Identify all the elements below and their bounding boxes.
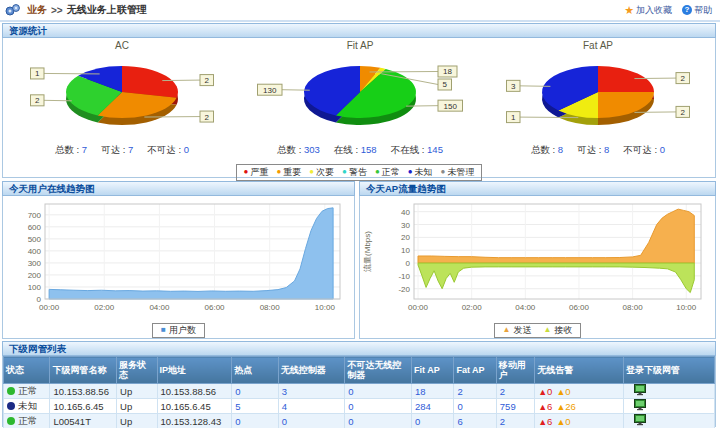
unreach-count-link[interactable]: 0 [348,416,353,427]
pie-title: Fit AP [241,40,479,52]
cell-status: 未知 [4,399,50,414]
pie-chart-fit-ap: Fit AP185150130总数 : 303在线 : 158不在线 : 145 [241,38,479,157]
fitap-count-link[interactable]: 0 [415,416,420,427]
pie-chart-ac: AC2221总数 : 7可达 : 7不可达 : 0 [3,38,241,157]
svg-text:流量(Mbps): 流量(Mbps) [363,231,372,272]
major-alarm-count[interactable]: ▲0 [556,386,570,397]
severity-dot-icon: ● [342,168,347,176]
severity-dot-icon: ● [309,168,314,176]
cell-status: 正常 [4,384,50,399]
severity-legend-item: ●警告 [342,166,367,179]
pie-title: Fat AP [479,40,717,52]
cell-alarm: ▲6▲0 [535,414,624,428]
svg-text:700: 700 [28,211,42,220]
pie-stats: 总数 : 8可达 : 8不可达 : 0 [479,144,717,157]
login-nms-icon[interactable] [634,417,647,428]
svg-text:10: 10 [401,246,410,255]
help-icon: ? [682,5,692,15]
user-trend-legend: ■用户数 [152,323,205,338]
app-icon [5,3,21,17]
breadcrumb-page: 无线业务上联管理 [67,3,147,17]
severity-legend-item: ●未知 [408,166,433,179]
severity-legend-item: ●未管理 [441,166,475,179]
controller-count-link[interactable]: 0 [282,416,287,427]
severity-dot-icon: ● [276,168,281,176]
pie-title: AC [3,40,241,52]
severity-legend: ●严重●重要●次要●警告●正常●未知●未管理 [236,164,483,181]
cell-controller: 3 [278,384,345,399]
svg-text:10:00: 10:00 [676,303,697,312]
pie-stat: 不在线 : 145 [391,144,443,155]
controller-count-link[interactable]: 3 [282,386,287,397]
hotspot-count-link[interactable]: 0 [235,386,240,397]
fatap-count-link[interactable]: 0 [457,401,462,412]
major-alarm-icon: ▲ [556,387,565,397]
hotspot-count-link[interactable]: 0 [235,416,240,427]
legend-item-发送: ▲发送 [503,324,532,337]
unreach-count-link[interactable]: 0 [348,386,353,397]
cell-ip: 10.165.6.45 [157,399,232,414]
cell-controller: 4 [278,399,345,414]
panel-ap-traffic-trend: 今天AP流量趋势图 -20-1001020304000:0002:0004:00… [359,181,716,338]
login-nms-icon[interactable] [634,387,647,398]
cell-fatap: 2 [454,384,496,399]
pie-stat: 可达 : 7 [101,144,133,155]
legend-item-用户数: ■用户数 [161,324,196,337]
svg-text:3: 3 [511,82,516,91]
fitap-count-link[interactable]: 284 [415,401,431,412]
cell-fitap: 0 [412,414,454,428]
hotspot-count-link[interactable]: 5 [235,401,240,412]
major-alarm-count[interactable]: ▲26 [556,401,576,412]
svg-text:400: 400 [28,247,42,256]
column-header-status: 状态 [4,357,50,384]
svg-text:04:00: 04:00 [515,303,536,312]
fatap-count-link[interactable]: 2 [457,386,462,397]
cell-hotspot: 5 [232,399,278,414]
cell-alarm: ▲6▲26 [535,399,624,414]
login-nms-icon[interactable] [634,402,647,413]
critical-alarm-count[interactable]: ▲6 [538,416,552,427]
breadcrumb-root[interactable]: 业务 [27,3,47,17]
critical-alarm-count[interactable]: ▲0 [538,386,552,397]
svg-text:150: 150 [444,102,458,111]
legend-item-接收: ▲接收 [544,324,573,337]
mobile-count-link[interactable]: 759 [500,401,516,412]
breadcrumb-separator: >> [51,5,63,16]
svg-text:1: 1 [511,113,516,122]
cell-fitap: 18 [412,384,454,399]
mobile-count-link[interactable]: 2 [500,416,505,427]
mobile-count-link[interactable]: 2 [500,386,505,397]
cell-login [624,414,715,428]
column-header-name: 下级网管名称 [50,357,117,384]
svg-text:130: 130 [263,86,277,95]
pie-stat: 可达 : 8 [577,144,609,155]
column-header-mobile: 移动用户 [496,357,534,384]
pie-chart-fat-ap: Fat AP2213总数 : 8可达 : 8不可达 : 0 [479,38,717,157]
cell-unreach: 0 [345,384,412,399]
help-link[interactable]: ? 帮助 [682,4,712,17]
severity-dot-icon: ● [244,168,249,176]
svg-text:2: 2 [205,113,210,122]
pie-stat: 在线 : 158 [334,144,377,155]
svg-text:2: 2 [681,74,686,83]
critical-alarm-icon: ▲ [538,417,547,427]
column-header-hotspot: 热点 [232,357,278,384]
svg-text:04:00: 04:00 [149,303,170,312]
unreach-count-link[interactable]: 0 [348,401,353,412]
column-header-service: 服务状态 [117,357,157,384]
svg-text:02:00: 02:00 [94,303,115,312]
add-favorite-link[interactable]: ★ 加入收藏 [624,4,672,17]
controller-count-link[interactable]: 4 [282,401,287,412]
severity-legend-item: ●次要 [309,166,334,179]
cell-fatap: 0 [454,399,496,414]
fatap-count-link[interactable]: 6 [457,416,462,427]
severity-legend-item: ●重要 [276,166,301,179]
critical-alarm-count[interactable]: ▲6 [538,401,552,412]
cell-name: 10.165.6.45 [50,399,117,414]
major-alarm-count[interactable]: ▲0 [556,416,570,427]
pie-stat: 总数 : 303 [277,144,320,155]
svg-text:18: 18 [443,67,452,76]
fitap-count-link[interactable]: 18 [415,386,426,397]
svg-text:5: 5 [443,80,448,89]
cell-login [624,399,715,414]
